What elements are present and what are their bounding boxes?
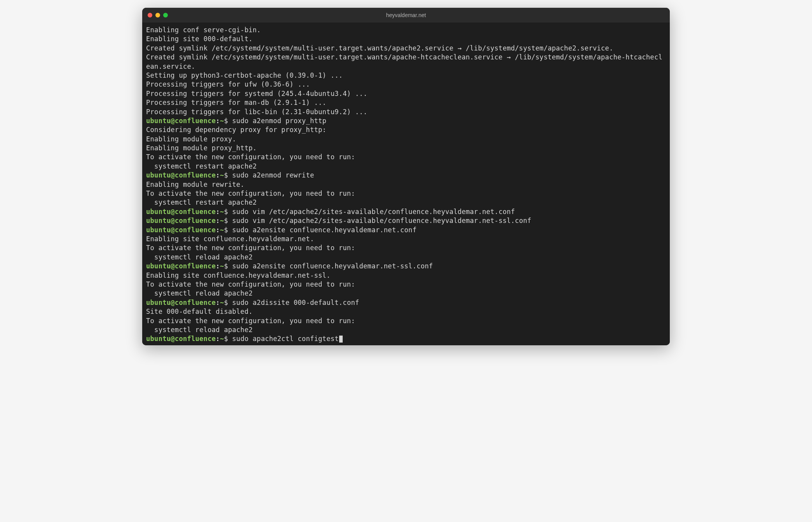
output-line: To activate the new configuration, you n…	[146, 244, 666, 252]
prompt-path: ~	[220, 226, 224, 234]
output-line: Enabling conf serve-cgi-bin.	[146, 26, 666, 35]
prompt-dollar: $	[224, 226, 232, 234]
prompt-user-host: ubuntu@confluence	[146, 217, 216, 224]
command-line: ubuntu@confluence:~$ sudo vim /etc/apach…	[146, 216, 666, 225]
title-bar: heyvaldemar.net	[142, 8, 670, 23]
close-button[interactable]	[148, 13, 152, 17]
traffic-lights	[148, 13, 168, 17]
output-line: Processing triggers for libc-bin (2.31-0…	[146, 108, 666, 117]
prompt-path: ~	[220, 217, 224, 224]
prompt-path: ~	[220, 117, 224, 125]
prompt-path: ~	[220, 208, 224, 216]
command-text: sudo apache2ctl configtest	[232, 335, 339, 343]
command-text: sudo a2enmod rewrite	[232, 171, 314, 179]
prompt-user-host: ubuntu@confluence	[146, 299, 216, 306]
output-line: systemctl restart apache2	[146, 198, 666, 207]
maximize-button[interactable]	[163, 13, 168, 17]
command-line: ubuntu@confluence:~$ sudo a2ensite confl…	[146, 226, 666, 235]
prompt-colon: :	[216, 171, 220, 179]
command-text: sudo a2ensite confluence.heyvaldemar.net…	[232, 226, 417, 234]
output-line: Enabling module proxy.	[146, 135, 666, 144]
prompt-user-host: ubuntu@confluence	[146, 335, 216, 343]
window-title: heyvaldemar.net	[386, 12, 426, 18]
output-line: Enabling site confluence.heyvaldemar.net…	[146, 271, 666, 280]
prompt-user-host: ubuntu@confluence	[146, 208, 216, 216]
output-line: Enabling site 000-default.	[146, 35, 666, 44]
command-text: sudo a2enmod proxy_http	[232, 117, 327, 125]
prompt-colon: :	[216, 262, 220, 270]
output-line: Processing triggers for ufw (0.36-6) ...	[146, 80, 666, 89]
output-line: Created symlink /etc/systemd/system/mult…	[146, 44, 666, 53]
terminal-body[interactable]: Enabling conf serve-cgi-bin.Enabling sit…	[142, 23, 670, 345]
output-line: Enabling module proxy_http.	[146, 144, 666, 153]
output-line: Created symlink /etc/systemd/system/mult…	[146, 53, 666, 71]
prompt-path: ~	[220, 299, 224, 306]
prompt-user-host: ubuntu@confluence	[146, 171, 216, 179]
prompt-dollar: $	[224, 335, 232, 343]
output-line: systemctl restart apache2	[146, 162, 666, 171]
command-text: sudo a2ensite confluence.heyvaldemar.net…	[232, 262, 433, 270]
prompt-user-host: ubuntu@confluence	[146, 226, 216, 234]
terminal-window: heyvaldemar.net Enabling conf serve-cgi-…	[142, 8, 670, 345]
command-line: ubuntu@confluence:~$ sudo a2enmod proxy_…	[146, 117, 666, 125]
command-line: ubuntu@confluence:~$ sudo a2enmod rewrit…	[146, 171, 666, 180]
output-line: To activate the new configuration, you n…	[146, 153, 666, 162]
minimize-button[interactable]	[155, 13, 160, 17]
command-line: ubuntu@confluence:~$ sudo apache2ctl con…	[146, 334, 666, 343]
output-line: Site 000-default disabled.	[146, 307, 666, 316]
command-line: ubuntu@confluence:~$ sudo a2ensite confl…	[146, 262, 666, 271]
prompt-path: ~	[220, 335, 224, 343]
output-line: Processing triggers for systemd (245.4-4…	[146, 89, 666, 98]
prompt-colon: :	[216, 299, 220, 306]
output-line: systemctl reload apache2	[146, 253, 666, 262]
prompt-path: ~	[220, 171, 224, 179]
prompt-dollar: $	[224, 217, 232, 224]
output-line: Setting up python3-certbot-apache (0.39.…	[146, 71, 666, 80]
prompt-dollar: $	[224, 171, 232, 179]
cursor-icon	[339, 336, 343, 343]
output-line: To activate the new configuration, you n…	[146, 189, 666, 198]
command-text: sudo vim /etc/apache2/sites-available/co…	[232, 208, 515, 216]
output-line: systemctl reload apache2	[146, 289, 666, 298]
prompt-user-host: ubuntu@confluence	[146, 262, 216, 270]
prompt-colon: :	[216, 226, 220, 234]
prompt-dollar: $	[224, 262, 232, 270]
output-line: To activate the new configuration, you n…	[146, 317, 666, 325]
command-line: ubuntu@confluence:~$ sudo a2dissite 000-…	[146, 298, 666, 307]
prompt-dollar: $	[224, 299, 232, 306]
prompt-colon: :	[216, 117, 220, 125]
output-line: Processing triggers for man-db (2.9.1-1)…	[146, 98, 666, 107]
command-text: sudo a2dissite 000-default.conf	[232, 299, 359, 306]
prompt-colon: :	[216, 208, 220, 216]
output-line: To activate the new configuration, you n…	[146, 280, 666, 289]
command-line: ubuntu@confluence:~$ sudo vim /etc/apach…	[146, 207, 666, 216]
output-line: systemctl reload apache2	[146, 325, 666, 334]
prompt-dollar: $	[224, 117, 232, 125]
command-text: sudo vim /etc/apache2/sites-available/co…	[232, 217, 531, 224]
prompt-colon: :	[216, 217, 220, 224]
output-line: Considering dependency proxy for proxy_h…	[146, 125, 666, 134]
prompt-user-host: ubuntu@confluence	[146, 117, 216, 125]
prompt-dollar: $	[224, 208, 232, 216]
output-line: Enabling site confluence.heyvaldemar.net…	[146, 235, 666, 244]
prompt-path: ~	[220, 262, 224, 270]
output-line: Enabling module rewrite.	[146, 180, 666, 189]
prompt-colon: :	[216, 335, 220, 343]
